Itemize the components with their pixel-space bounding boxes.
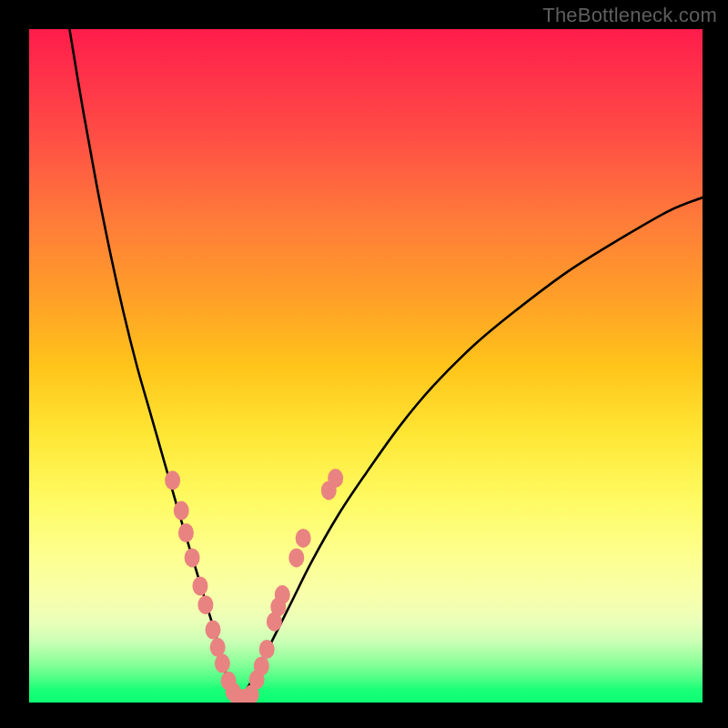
data-point — [288, 548, 304, 567]
chart-stage: TheBottleneck.com — [0, 0, 728, 728]
plot-area — [29, 29, 703, 703]
data-point — [206, 621, 221, 640]
data-point — [165, 470, 180, 490]
curve-left-branch — [69, 29, 238, 699]
data-point — [296, 529, 311, 548]
data-point — [174, 501, 189, 521]
data-point — [192, 576, 207, 595]
watermark-text: TheBottleneck.com — [542, 4, 717, 27]
data-point — [215, 654, 230, 673]
data-point — [275, 585, 290, 604]
curve-layer — [29, 29, 703, 703]
curve-right-branch — [238, 197, 703, 699]
data-point — [259, 640, 275, 659]
data-point — [254, 657, 269, 676]
data-point — [197, 595, 213, 614]
data-point — [328, 469, 343, 488]
scatter-points — [165, 469, 343, 703]
data-point — [185, 548, 200, 567]
data-point — [178, 523, 194, 542]
